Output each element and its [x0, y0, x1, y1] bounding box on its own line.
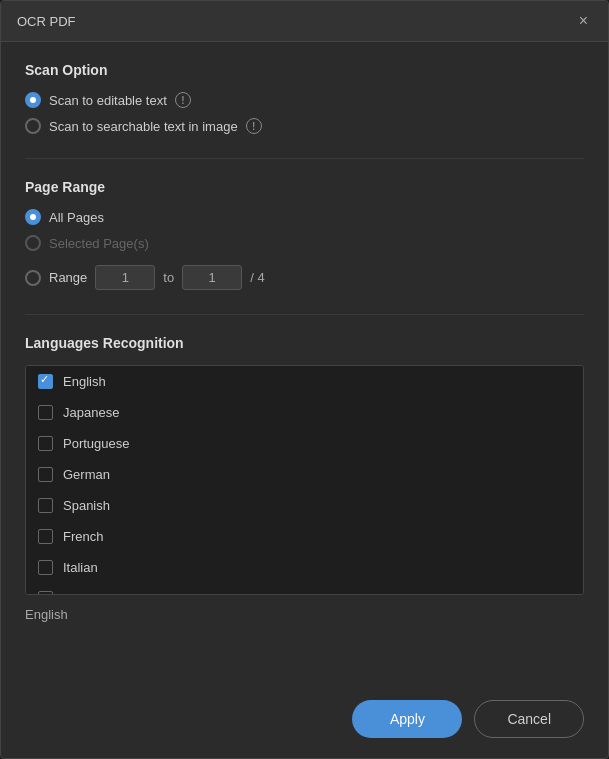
scan-editable-info-icon: ! — [175, 92, 191, 108]
languages-title: Languages Recognition — [25, 335, 584, 351]
scan-searchable-info-icon: ! — [246, 118, 262, 134]
close-button[interactable]: × — [575, 11, 592, 31]
language-item[interactable]: Portuguese — [26, 428, 583, 459]
language-name: French — [63, 529, 103, 544]
divider-1 — [25, 158, 584, 159]
range-option[interactable]: Range — [25, 270, 87, 286]
language-name: Spanish — [63, 498, 110, 513]
language-name: English — [63, 374, 106, 389]
apply-button[interactable]: Apply — [352, 700, 462, 738]
language-item[interactable]: French — [26, 521, 583, 552]
cancel-button[interactable]: Cancel — [474, 700, 584, 738]
selected-pages-option[interactable]: Selected Page(s) — [25, 235, 584, 251]
scan-searchable-radio[interactable] — [25, 118, 41, 134]
language-list[interactable]: EnglishJapanesePortugueseGermanSpanishFr… — [25, 365, 584, 595]
dialog-content: Scan Option Scan to editable text ! Scan… — [1, 42, 608, 686]
page-range-group: All Pages Selected Page(s) Range to / 4 — [25, 209, 584, 290]
selected-pages-label: Selected Page(s) — [49, 236, 149, 251]
language-item[interactable]: Spanish — [26, 490, 583, 521]
scan-searchable-option[interactable]: Scan to searchable text in image ! — [25, 118, 584, 134]
range-radio[interactable] — [25, 270, 41, 286]
total-pages: / 4 — [250, 270, 264, 285]
scan-option-section: Scan Option Scan to editable text ! Scan… — [25, 62, 584, 134]
range-label: Range — [49, 270, 87, 285]
to-label: to — [163, 270, 174, 285]
range-from-input[interactable] — [95, 265, 155, 290]
languages-section: Languages Recognition EnglishJapanesePor… — [25, 335, 584, 642]
language-checkbox[interactable] — [38, 436, 53, 451]
all-pages-option[interactable]: All Pages — [25, 209, 584, 225]
selected-language-display: English — [25, 603, 584, 626]
language-item[interactable]: English — [26, 366, 583, 397]
language-checkbox[interactable] — [38, 467, 53, 482]
scan-editable-option[interactable]: Scan to editable text ! — [25, 92, 584, 108]
ocr-pdf-dialog: OCR PDF × Scan Option Scan to editable t… — [0, 0, 609, 759]
language-item[interactable]: Chinese_Traditional — [26, 583, 583, 595]
language-checkbox[interactable] — [38, 560, 53, 575]
language-name: Portuguese — [63, 436, 130, 451]
all-pages-label: All Pages — [49, 210, 104, 225]
scan-option-title: Scan Option — [25, 62, 584, 78]
scan-option-group: Scan to editable text ! Scan to searchab… — [25, 92, 584, 134]
language-item[interactable]: Japanese — [26, 397, 583, 428]
range-to-input[interactable] — [182, 265, 242, 290]
language-name: Italian — [63, 560, 98, 575]
all-pages-radio[interactable] — [25, 209, 41, 225]
language-checkbox[interactable] — [38, 591, 53, 595]
scan-searchable-label: Scan to searchable text in image — [49, 119, 238, 134]
page-range-section: Page Range All Pages Selected Page(s) Ra… — [25, 179, 584, 290]
language-name: Japanese — [63, 405, 119, 420]
language-checkbox[interactable] — [38, 374, 53, 389]
divider-2 — [25, 314, 584, 315]
scan-editable-label: Scan to editable text — [49, 93, 167, 108]
language-name: German — [63, 467, 110, 482]
range-row: Range to / 4 — [25, 265, 584, 290]
language-name: Chinese_Traditional — [63, 591, 178, 595]
language-checkbox[interactable] — [38, 405, 53, 420]
language-checkbox[interactable] — [38, 529, 53, 544]
title-bar: OCR PDF × — [1, 1, 608, 42]
language-checkbox[interactable] — [38, 498, 53, 513]
page-range-title: Page Range — [25, 179, 584, 195]
dialog-title: OCR PDF — [17, 14, 76, 29]
language-item[interactable]: Italian — [26, 552, 583, 583]
language-item[interactable]: German — [26, 459, 583, 490]
selected-pages-radio[interactable] — [25, 235, 41, 251]
scan-editable-radio[interactable] — [25, 92, 41, 108]
dialog-footer: Apply Cancel — [1, 686, 608, 758]
